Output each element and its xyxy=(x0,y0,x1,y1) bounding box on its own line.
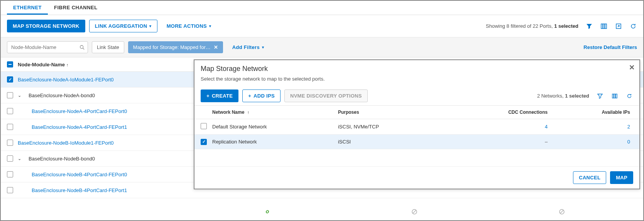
map-storage-network-dialog: ✕ Map Storage Network Select the storage… xyxy=(194,59,640,189)
port-name: BaseEnclosure-NodeA-bond0 xyxy=(29,93,95,98)
chevron-down-icon[interactable]: ⌄ xyxy=(18,93,22,98)
column-header-network-name[interactable]: Network Name ↑ xyxy=(212,110,338,115)
disabled-icon xyxy=(559,209,565,215)
plus-icon: + xyxy=(206,93,210,99)
available-ips-link[interactable]: 2 xyxy=(563,124,633,130)
columns-icon[interactable] xyxy=(611,92,619,100)
caret-down-icon: ▾ xyxy=(262,45,264,49)
sort-ascending-icon: ↑ xyxy=(247,110,250,115)
search-icon xyxy=(79,45,85,50)
row-checkbox[interactable] xyxy=(7,140,13,146)
close-icon[interactable]: ✕ xyxy=(214,44,218,50)
network-name: Replication Network xyxy=(212,139,338,145)
row-checkbox[interactable] xyxy=(7,108,13,114)
add-ips-button[interactable]: + ADD IPS xyxy=(242,89,281,102)
svg-line-5 xyxy=(83,48,85,49)
svg-rect-12 xyxy=(616,94,617,98)
create-label: CREATE xyxy=(212,93,233,99)
port-name-link[interactable]: BaseEnclosure-NodeA-IoModule1-FEPort0 xyxy=(18,77,114,83)
map-storage-network-button[interactable]: MAP STORAGE NETWORK xyxy=(7,20,85,32)
networks-status-text: 2 Networks, 1 selected xyxy=(537,93,589,99)
filter-icon[interactable] xyxy=(585,22,593,30)
add-ips-label: ADD IPS xyxy=(254,93,275,99)
refresh-icon[interactable] xyxy=(625,92,633,100)
network-purposes: iSCSI xyxy=(338,139,464,145)
link-aggregation-button[interactable]: LINK AGGREGATION ▾ xyxy=(89,20,157,32)
svg-line-9 xyxy=(560,210,563,213)
network-row[interactable]: Replication Network iSCSI – 0 xyxy=(194,135,639,149)
sort-ascending-icon: ↑ xyxy=(66,62,69,67)
add-filters-button[interactable]: Add Filters ▾ xyxy=(227,41,270,53)
row-checkbox[interactable] xyxy=(7,187,13,193)
link-up-icon xyxy=(264,209,270,215)
network-purposes: iSCSI, NVMe/TCP xyxy=(338,124,464,130)
tab-ethernet[interactable]: ETHERNET xyxy=(7,1,48,15)
row-checkbox[interactable] xyxy=(7,171,13,177)
map-button[interactable]: MAP xyxy=(610,171,633,184)
caret-down-icon: ▾ xyxy=(149,24,151,28)
column-header-ips[interactable]: Available IPs xyxy=(563,110,633,115)
svg-rect-2 xyxy=(605,24,607,29)
create-button[interactable]: + CREATE xyxy=(201,89,238,102)
mapped-storage-filter-chip[interactable]: Mapped for Storage: Mapped for… ✕ xyxy=(128,41,223,53)
row-checkbox[interactable] xyxy=(7,76,13,83)
svg-line-7 xyxy=(413,210,416,213)
close-icon[interactable]: ✕ xyxy=(629,63,635,72)
disabled-icon xyxy=(411,209,418,215)
cdc-connections: – xyxy=(464,139,563,145)
caret-down-icon: ▾ xyxy=(209,24,211,28)
more-actions-label: MORE ACTIONS xyxy=(167,23,207,29)
cancel-button[interactable]: CANCEL xyxy=(573,171,606,184)
add-filters-label: Add Filters xyxy=(232,44,260,50)
column-header-cdc[interactable]: CDC Connections xyxy=(464,110,563,115)
select-all-checkbox[interactable] xyxy=(7,61,13,67)
port-name-link[interactable]: BaseEnclosure-NodeB-4PortCard-FEPort0 xyxy=(32,172,127,177)
search-input[interactable] xyxy=(7,41,88,53)
network-row[interactable]: Default Storage Network iSCSI, NVMe/TCP … xyxy=(194,119,639,135)
filter-icon[interactable] xyxy=(596,92,604,100)
mapped-storage-filter-label: Mapped for Storage: Mapped for… xyxy=(133,44,211,50)
nvme-discovery-button: NVME DISCOVERY OPTIONS xyxy=(284,89,368,102)
cdc-connections-link[interactable]: 4 xyxy=(464,124,563,130)
dialog-title: Map Storage Network xyxy=(201,65,633,73)
svg-rect-11 xyxy=(614,94,615,98)
chevron-down-icon[interactable]: ⌄ xyxy=(18,156,22,161)
row-checkbox[interactable] xyxy=(201,139,207,145)
port-name-link[interactable]: BaseEnclosure-NodeA-4PortCard-FEPort1 xyxy=(32,124,127,130)
more-actions-button[interactable]: MORE ACTIONS ▾ xyxy=(161,20,217,32)
ports-status-text: Showing 8 filtered of 22 Ports, 1 select… xyxy=(486,23,578,29)
row-checkbox[interactable] xyxy=(7,155,13,162)
link-aggregation-label: LINK AGGREGATION xyxy=(95,23,147,29)
port-name-link[interactable]: BaseEnclosure-NodeB-IoModule1-FEPort0 xyxy=(18,140,114,146)
dialog-subtitle: Select the storage network to map to the… xyxy=(194,74,639,86)
columns-icon[interactable] xyxy=(600,22,608,30)
svg-point-4 xyxy=(80,45,83,48)
column-header-purposes[interactable]: Purposes xyxy=(338,110,464,115)
available-ips-link[interactable]: 0 xyxy=(563,139,633,145)
svg-rect-0 xyxy=(601,24,603,29)
svg-rect-10 xyxy=(612,94,614,98)
port-name-link[interactable]: BaseEnclosure-NodeA-4PortCard-FEPort0 xyxy=(32,108,127,114)
column-header-node-module-name[interactable]: Node-Module-Name↑ xyxy=(18,62,69,67)
tab-fibre-channel[interactable]: FIBRE CHANNEL xyxy=(48,1,104,15)
plus-icon: + xyxy=(248,93,251,99)
export-icon[interactable] xyxy=(615,22,622,30)
svg-point-6 xyxy=(412,209,417,214)
port-name-link[interactable]: BaseEnclosure-NodeB-4PortCard-FEPort1 xyxy=(32,187,127,193)
port-name: BaseEnclosure-NodeB-bond0 xyxy=(29,156,95,162)
row-checkbox[interactable] xyxy=(7,92,13,98)
refresh-icon[interactable] xyxy=(629,22,637,30)
svg-rect-1 xyxy=(603,24,605,29)
row-checkbox[interactable] xyxy=(201,123,207,129)
restore-default-filters-link[interactable]: Restore Default Filters xyxy=(583,44,637,50)
link-state-filter[interactable]: Link State xyxy=(92,41,124,53)
network-name: Default Storage Network xyxy=(212,124,338,130)
svg-point-8 xyxy=(559,209,564,214)
row-checkbox[interactable] xyxy=(7,124,13,130)
